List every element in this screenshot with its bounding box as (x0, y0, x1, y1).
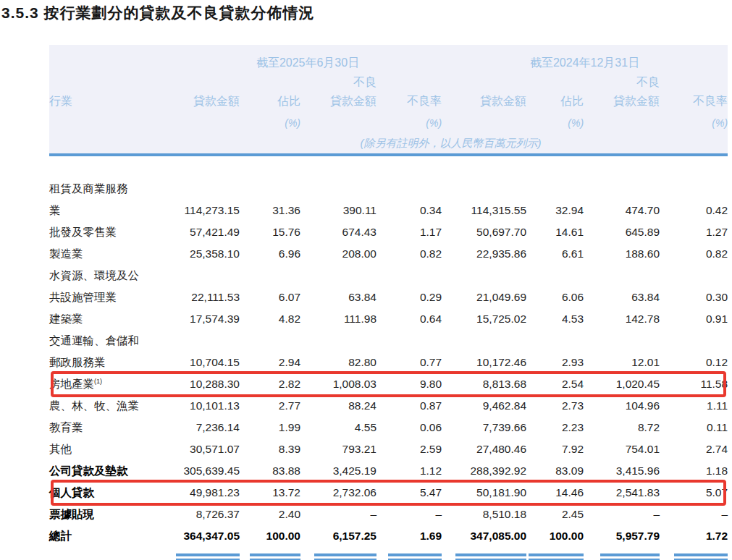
cell-value: 0.12 (660, 352, 728, 373)
cell-value: 14.61 (526, 221, 584, 243)
cell-value: 1.12 (376, 460, 442, 482)
col-header-npl-rate-2025: 不良率 (376, 90, 442, 109)
cell-value: – (376, 504, 442, 525)
double-rule (600, 553, 660, 560)
pct-label: (%) (240, 109, 300, 129)
cell-value: 674.43 (300, 221, 376, 243)
table-row: 水資源、環境及公 (49, 265, 728, 287)
section-title: 3.5.3 按行業劃分的貸款及不良貸款分佈情況 (1, 3, 315, 23)
cell-value: 25,358.10 (174, 243, 240, 265)
pct-label: (%) (526, 109, 584, 129)
cell-value: 305,639.45 (174, 460, 240, 482)
table-row: 租賃及商業服務 (49, 178, 728, 200)
double-rule (455, 553, 526, 560)
cell-value: 21,049.69 (442, 287, 526, 308)
industry-label: 交通運輸、倉儲和 (49, 330, 728, 352)
cell-value: 10,704.15 (174, 352, 240, 373)
cell-value: 2.74 (660, 438, 728, 460)
cell-value: 1,020.45 (584, 373, 660, 395)
industry-label: 教育業 (49, 417, 174, 438)
col-header-loan-2025: 貸款金額 (174, 90, 240, 109)
cell-value: 2.93 (526, 352, 584, 373)
double-rule (250, 553, 300, 560)
unit-note-row: (除另有註明外，以人民幣百萬元列示) (49, 129, 728, 155)
unit-note: (除另有註明外，以人民幣百萬元列示) (174, 129, 728, 155)
cell-value: 114,315.55 (442, 200, 526, 221)
cell-value: 1.27 (660, 221, 728, 243)
cell-value: 6.07 (240, 287, 300, 308)
cell-value: 32.94 (526, 200, 584, 221)
cell-value: 4.55 (300, 417, 376, 438)
cell-value: 17,574.39 (174, 308, 240, 330)
cell-value: 2.77 (240, 395, 300, 417)
table-row: 農、林、牧、漁業10,101.132.7788.240.879,462.842.… (49, 395, 728, 417)
table-row: 票據貼現8,726.372.40––8,510.182.45–– (49, 504, 728, 525)
cell-value: 2.23 (526, 417, 584, 438)
cell-value: 83.09 (526, 460, 584, 482)
cell-value: 208.00 (300, 243, 376, 265)
cell-value: 2.54 (526, 373, 584, 395)
pct-label: (%) (660, 109, 728, 129)
npl-prefix-row: 不良 不良 (49, 72, 728, 90)
cell-value: 88.24 (300, 395, 376, 417)
double-rule (529, 553, 584, 560)
cell-value: 2,732.06 (300, 482, 376, 504)
table-row: 總計364,347.05100.006,157.251.69347,085.00… (49, 525, 728, 547)
cell-value: 100.00 (240, 525, 300, 547)
industry-label: 製造業 (49, 243, 174, 265)
table-row: 其他30,571.078.39793.212.5927,480.467.9275… (49, 438, 728, 460)
cell-value: 8,813.68 (442, 373, 526, 395)
table-body: 租賃及商業服務業114,273.1531.36390.110.34114,315… (49, 155, 728, 560)
period-2-header: 截至2024年12月31日 (442, 45, 728, 72)
cell-value: 6.06 (526, 287, 584, 308)
cell-value: 7,739.66 (442, 417, 526, 438)
industry-label: 公司貸款及墊款 (49, 460, 174, 482)
cell-value: 288,392.92 (442, 460, 526, 482)
cell-value: 9,462.84 (442, 395, 526, 417)
cell-value: 3,415.96 (584, 460, 660, 482)
industry-label: 水資源、環境及公 (49, 265, 728, 287)
table-row: 製造業25,358.106.96208.000.8222,935.866.611… (49, 243, 728, 265)
footnote-marker: (1) (94, 377, 102, 384)
col-header-loan-2024: 貸款金額 (442, 90, 526, 109)
cell-value: 22,111.53 (174, 287, 240, 308)
cell-value: 8.39 (240, 438, 300, 460)
cell-value: 15,725.02 (442, 308, 526, 330)
report-page: 3.5.3 按行業劃分的貸款及不良貸款分佈情況 截至2025年6月30日 截至2… (0, 0, 732, 560)
cell-value: 27,480.46 (442, 438, 526, 460)
cell-value: 390.11 (300, 200, 376, 221)
cell-value: 30,571.07 (174, 438, 240, 460)
cell-value: 5,957.79 (584, 525, 660, 547)
cell-value: 5.47 (376, 482, 442, 504)
industry-label: 租賃及商業服務 (49, 178, 728, 200)
cell-value: 10,101.13 (174, 395, 240, 417)
cell-value: 2.94 (240, 352, 300, 373)
cell-value: 11.58 (660, 373, 728, 395)
cell-value: 1.72 (660, 525, 728, 547)
cell-value: 22,935.86 (442, 243, 526, 265)
col-header-share-2025: 佔比 (240, 90, 300, 109)
table-row: 郵政服務業10,704.152.9482.800.7710,172.462.93… (49, 352, 728, 373)
cell-value: 13.72 (240, 482, 300, 504)
cell-value: 0.87 (376, 395, 442, 417)
cell-value: 2,541.83 (584, 482, 660, 504)
double-rule (388, 553, 442, 560)
cell-value: 0.91 (660, 308, 728, 330)
cell-value: 83.88 (240, 460, 300, 482)
table-row: 業114,273.1531.36390.110.34114,315.5532.9… (49, 200, 728, 221)
cell-value: 4.82 (240, 308, 300, 330)
col-header-npl-loan-2025: 貸款金額 (300, 90, 376, 109)
cell-value: 645.89 (584, 221, 660, 243)
cell-value: 111.98 (300, 308, 376, 330)
period-header-row: 截至2025年6月30日 截至2024年12月31日 (49, 45, 728, 72)
cell-value: 364,347.05 (174, 525, 240, 547)
cell-value: 0.30 (660, 287, 728, 308)
cell-value: 3,425.19 (300, 460, 376, 482)
table-row: 交通運輸、倉儲和 (49, 330, 728, 352)
cell-value: 2.40 (240, 504, 300, 525)
table-row: 建築業17,574.394.82111.980.6415,725.024.531… (49, 308, 728, 330)
cell-value: 188.60 (584, 243, 660, 265)
cell-value: 347,085.00 (442, 525, 526, 547)
table-row: 共設施管理業22,111.536.0763.840.2921,049.696.0… (49, 287, 728, 308)
col-header-share-2024: 佔比 (526, 90, 584, 109)
